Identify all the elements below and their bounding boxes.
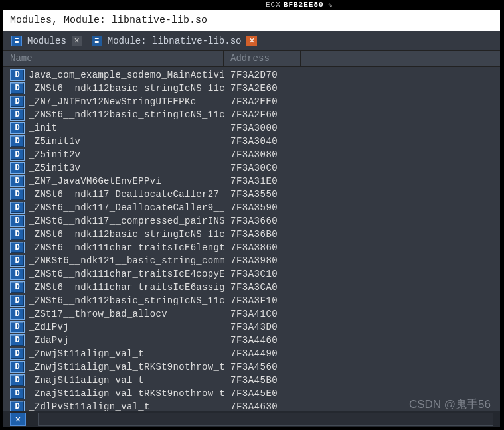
close-icon[interactable]: × [72,36,82,46]
close-icon[interactable]: × [246,36,257,46]
symbol-name: _ZNSt6__ndk111char_traitsIcE6length… [25,242,224,253]
d-badge: D [10,321,25,333]
d-badge: D [10,308,25,320]
table-row[interactable]: D_ZNSt6__ndk111char_traitsIcE4copyEP…7F3… [3,267,500,281]
symbol-address: 7F3A3590 [224,202,301,213]
d-badge: D [10,242,25,253]
symbol-name: _ZNSt6__ndk117_DeallocateCaller27__… [25,189,224,200]
symbol-address: 7F3A2E60 [224,83,301,94]
symbol-address: 7F3A2D70 [224,70,301,80]
symbol-address: 7F3A3F10 [224,295,301,306]
tab-module-current[interactable]: ≣ Module: libnative-lib.so × [92,36,258,46]
table-row[interactable]: D_init7F3A3000 [3,121,500,135]
table-row[interactable]: DJava_com_example_sodemo_MainActivit…7F3… [3,68,500,82]
symbol-name: _ZNSt6__ndk112basic_stringIcNS_11ch… [25,229,224,240]
table-row[interactable]: D_ZN7_JavaVM6GetEnvEPPvi7F3A31E0 [3,175,500,188]
symbol-address: 7F3A3C10 [224,269,301,279]
arrow-icon: ⇘ [328,0,333,9]
symbol-name: _ZNSt6__ndk117_DeallocateCaller9__d… [25,202,224,213]
table-row[interactable]: D_ZnwjSt11align_val_t7F3A4490 [3,347,500,360]
table-row[interactable]: D_ZnwjSt11align_val_tRKSt9nothrow_t7F3A4… [3,360,500,374]
symbol-name: _ZdlPvj [25,322,224,332]
d-badge: D [10,228,25,240]
d-badge: D [10,388,25,399]
symbol-address: 7F3A45B0 [224,375,301,386]
symbol-name: _ZN7_JavaVM6GetEnvEPPvi [25,176,224,186]
symbol-address: 7F3A2F60 [224,109,301,120]
symbol-address: 7F3A31E0 [224,176,301,186]
table-row[interactable]: D_ZdlPvSt11align_val_t7F3A4630 [3,400,500,411]
symbol-name: _ZnwjSt11align_val_t [25,348,224,359]
symbol-name: _ZNSt6__ndk117__compressed_pairINS_… [25,216,224,226]
symbol-address: 7F3A43D0 [224,322,301,332]
d-badge: D [10,255,25,267]
table-row[interactable]: D_ZNSt6__ndk112basic_stringIcNS_11ch…7F3… [3,294,500,307]
symbol-name: _ZNKSt6__ndk121__basic_string_commo… [25,255,224,266]
d-badge: D [10,281,25,293]
symbol-name: _ZNSt6__ndk112basic_stringIcNS_11ch… [25,83,224,94]
symbol-address: 7F3A3550 [224,189,301,200]
window-title[interactable]: Modules, Module: libnative-lib.so [3,10,500,31]
header-name[interactable]: Name [3,51,224,66]
tab-bar: ≣ Modules × ≣ Module: libnative-lib.so × [3,31,500,51]
symbol-name: Java_com_example_sodemo_MainActivit… [25,70,224,80]
symbol-name: _ZnajSt11align_val_tRKSt9nothrow_t [25,388,224,399]
symbol-address: 7F3A3860 [224,242,301,253]
symbol-address: 7F3A36B0 [224,229,301,240]
table-row[interactable]: D_ZdaPvj7F3A4460 [3,334,500,347]
symbol-name: _ZnwjSt11align_val_tRKSt9nothrow_t [25,362,224,372]
table-row[interactable]: D_ZNSt6__ndk111char_traitsIcE6length…7F3… [3,241,500,254]
d-badge: D [10,135,25,147]
table-row[interactable]: D_ZNKSt6__ndk121__basic_string_commo…7F3… [3,254,500,267]
symbol-table[interactable]: DJava_com_example_sodemo_MainActivit…7F3… [3,68,500,411]
symbol-address: 7F3A4560 [224,362,301,372]
table-row[interactable]: D_ZNSt6__ndk117_DeallocateCaller9__d…7F3… [3,201,500,214]
command-input[interactable] [38,413,493,426]
table-row[interactable]: D_ZnajSt11align_val_tRKSt9nothrow_t7F3A4… [3,387,500,400]
symbol-address: 7F3A3040 [224,136,301,147]
symbol-name: _ZNSt6__ndk112basic_stringIcNS_11ch… [25,295,224,306]
modules-window: Modules, Module: libnative-lib.so ≣ Modu… [3,9,501,427]
table-row[interactable]: D_ZNSt6__ndk117__compressed_pairINS_…7F3… [3,214,500,228]
table-row[interactable]: D_ZNSt6__ndk112basic_stringIcNS_11ch…7F3… [3,228,500,241]
table-row[interactable]: D_Z5init3v7F3A30C0 [3,161,500,175]
header-address[interactable]: Address [224,51,301,66]
d-badge: D [10,82,25,94]
symbol-name: _ZNSt6__ndk112basic_stringIcNS_11ch… [25,109,224,120]
symbol-address: 7F3A30C0 [224,163,301,173]
symbol-address: 7F3A3080 [224,149,301,160]
table-row[interactable]: D_ZnajSt11align_val_t7F3A45B0 [3,374,500,387]
symbol-address: 7F3A4460 [224,335,301,346]
tab-modules[interactable]: ≣ Modules × [11,36,82,46]
list-icon: ≣ [11,36,22,46]
d-badge: D [10,188,25,200]
symbol-address: 7F3A3980 [224,255,301,266]
d-badge: D [10,215,25,227]
register-name: ECX [266,1,281,9]
tab-label: Module: libnative-lib.so [108,36,242,46]
close-icon[interactable]: ✕ [10,413,26,426]
symbol-address: 7F3A2EE0 [224,96,301,107]
d-badge: D [10,202,25,214]
table-row[interactable]: D_ZNSt6__ndk112basic_stringIcNS_11ch…7F3… [3,108,500,121]
table-row[interactable]: D_Z5init2v7F3A3080 [3,148,500,161]
d-badge: D [10,109,25,121]
table-row[interactable]: D_Z5init1v7F3A3040 [3,135,500,148]
symbol-address: 7F3A3000 [224,123,301,133]
d-badge: D [10,96,25,107]
symbol-address: 7F3A3660 [224,216,301,226]
table-row[interactable]: D_ZNSt6__ndk117_DeallocateCaller27__…7F3… [3,188,500,201]
symbol-name: _ZSt17__throw_bad_allocv [25,309,224,319]
symbol-name: _init [25,123,224,133]
d-badge: D [10,175,25,187]
table-row[interactable]: D_ZN7_JNIEnv12NewStringUTFEPKc7F3A2EE0 [3,95,500,108]
symbol-address: 7F3A3CA0 [224,282,301,293]
table-row[interactable]: D_ZNSt6__ndk111char_traitsIcE6assign…7F3… [3,281,500,294]
table-row[interactable]: D_ZNSt6__ndk112basic_stringIcNS_11ch…7F3… [3,82,500,95]
table-row[interactable]: D_ZSt17__throw_bad_allocv7F3A41C0 [3,307,500,321]
d-badge: D [10,361,25,373]
table-row[interactable]: D_ZdlPvj7F3A43D0 [3,321,500,334]
symbol-name: _ZN7_JNIEnv12NewStringUTFEPKc [25,96,224,107]
window-title-text: Modules, Module: libnative-lib.so [10,15,207,26]
d-badge: D [10,268,25,280]
